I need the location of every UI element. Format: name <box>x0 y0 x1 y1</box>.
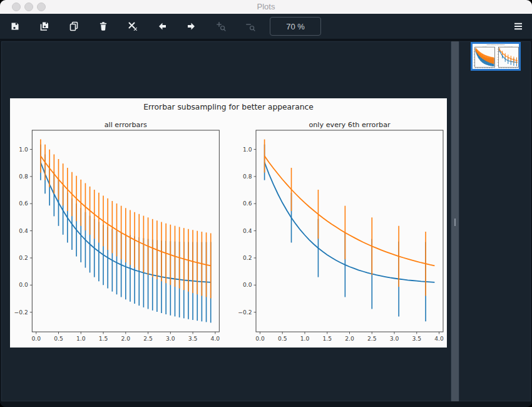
zoom-level-input[interactable] <box>270 17 321 36</box>
window-title: Plots <box>0 0 532 14</box>
titlebar: Plots <box>0 0 532 14</box>
svg-text:2.0: 2.0 <box>121 335 130 342</box>
svg-text:0.0: 0.0 <box>31 335 41 342</box>
next-button[interactable] <box>182 16 202 36</box>
zoom-out-icon <box>245 21 256 32</box>
svg-text:3.0: 3.0 <box>390 335 399 342</box>
svg-text:0.6: 0.6 <box>243 200 252 207</box>
svg-text:4.0: 4.0 <box>434 335 444 342</box>
main-area: Errorbar subsampling for better appearan… <box>0 39 532 407</box>
save-all-icon <box>39 21 50 32</box>
svg-text:0.0: 0.0 <box>19 281 28 288</box>
svg-text:1.0: 1.0 <box>300 335 310 342</box>
svg-text:0.0: 0.0 <box>243 281 252 288</box>
plot-thumbnail-selected[interactable]: Errorbar subsampling for better appearan… <box>471 42 521 71</box>
svg-text:2.5: 2.5 <box>143 335 153 342</box>
svg-text:−0.2: −0.2 <box>238 309 252 316</box>
remove-button[interactable] <box>93 16 113 36</box>
svg-text:2.0: 2.0 <box>345 335 354 342</box>
plots-window: Plots Errorbar subsampling for better ap… <box>0 0 532 407</box>
panel-splitter[interactable] <box>451 41 459 401</box>
hamburger-menu-icon <box>513 21 524 32</box>
thumbnail-canvas: Errorbar subsampling for better appearan… <box>473 44 519 69</box>
save-button[interactable] <box>5 16 25 36</box>
svg-text:1.0: 1.0 <box>76 335 86 342</box>
svg-text:0.6: 0.6 <box>19 200 28 207</box>
svg-text:1.5: 1.5 <box>99 335 108 342</box>
svg-text:0.8: 0.8 <box>19 173 28 180</box>
save-all-button[interactable] <box>34 16 54 36</box>
copy-icon <box>68 21 79 32</box>
matplotlib-figure: Errorbar subsampling for better appearan… <box>10 98 447 348</box>
options-button[interactable] <box>508 16 528 36</box>
svg-text:3.5: 3.5 <box>188 335 198 342</box>
svg-text:0.2: 0.2 <box>243 254 252 261</box>
remove-all-button[interactable] <box>123 16 143 36</box>
arrow-right-icon <box>186 21 197 32</box>
arrow-left-icon <box>156 21 168 32</box>
zoom-out-button[interactable] <box>240 16 260 36</box>
svg-text:0.4: 0.4 <box>19 227 28 234</box>
zoom-in-icon <box>215 21 227 32</box>
svg-text:all errorbars: all errorbars <box>105 121 147 129</box>
plot-viewer-panel: Errorbar subsampling for better appearan… <box>1 41 451 401</box>
svg-text:1.0: 1.0 <box>243 146 252 153</box>
copy-button[interactable] <box>64 16 84 36</box>
svg-text:1.0: 1.0 <box>19 146 28 153</box>
svg-text:0.0: 0.0 <box>255 335 265 342</box>
close-all-icon <box>127 21 138 32</box>
svg-text:0.8: 0.8 <box>243 173 252 180</box>
svg-text:4.0: 4.0 <box>211 335 220 342</box>
svg-text:3.0: 3.0 <box>166 335 175 342</box>
svg-text:−0.2: −0.2 <box>473 65 475 66</box>
splitter-handle-icon <box>454 219 456 226</box>
svg-text:2.5: 2.5 <box>367 335 377 342</box>
svg-text:0.5: 0.5 <box>278 335 287 342</box>
figure-canvas: Errorbar subsampling for better appearan… <box>10 98 447 348</box>
svg-text:Errorbar subsampling for bette: Errorbar subsampling for better appearan… <box>143 103 314 111</box>
plots-toolbar <box>0 14 532 39</box>
svg-text:0.2: 0.2 <box>19 254 28 261</box>
svg-text:−0.2: −0.2 <box>497 65 499 66</box>
thumbnail-sidebar: Errorbar subsampling for better appearan… <box>459 41 531 401</box>
svg-text:only every 6th errorbar: only every 6th errorbar <box>309 121 391 129</box>
trash-icon <box>98 21 109 32</box>
svg-text:−0.2: −0.2 <box>14 309 28 316</box>
previous-button[interactable] <box>152 16 172 36</box>
svg-text:0.4: 0.4 <box>243 227 252 234</box>
svg-text:3.5: 3.5 <box>412 335 421 342</box>
zoom-in-button[interactable] <box>211 16 231 36</box>
svg-text:0.5: 0.5 <box>54 335 63 342</box>
save-icon <box>9 21 21 32</box>
svg-text:1.5: 1.5 <box>322 335 332 342</box>
